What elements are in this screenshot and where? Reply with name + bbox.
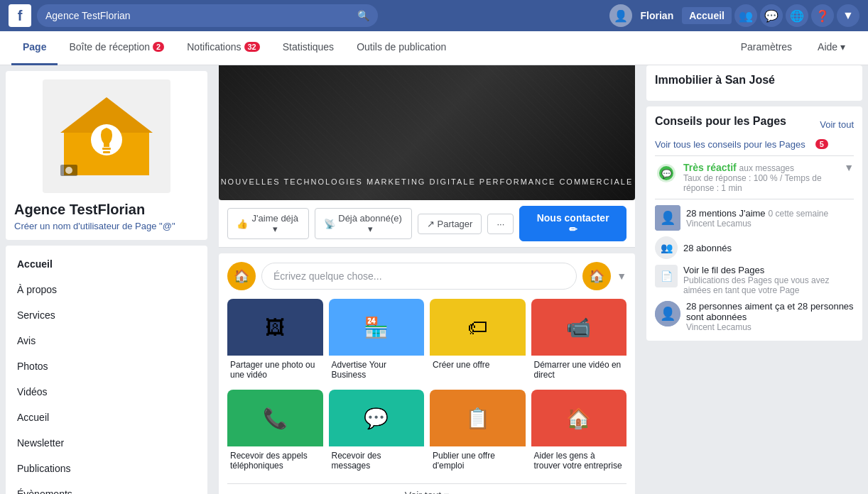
action-card-img-photo: 🖼	[227, 299, 323, 356]
action-card-advertise[interactable]: 🏪 Advertise Your Business	[329, 299, 425, 384]
cover-text: NOUVELLES TECHNOLOGIES MARKETING DIGITAL…	[221, 177, 634, 186]
action-card-img-messages: 💬	[329, 390, 425, 446]
svg-text:💬: 💬	[661, 168, 672, 179]
aide-link[interactable]: Aide ▾	[806, 31, 857, 65]
action-card-img-appels: 📞	[227, 390, 323, 446]
voir-fil-sub: Publications des Pages que vous avez aim…	[683, 275, 854, 295]
chevron-down-icon[interactable]: ▼	[837, 4, 859, 27]
action-card-label-offre: Créer une offre	[430, 356, 526, 374]
top-navigation: f 🔍 👤 Florian Accueil 👥 💬 🌐 ❓ ▼	[0, 0, 868, 31]
svg-rect-4	[103, 151, 110, 153]
post-input[interactable]: Écrivez quelque chose...	[261, 263, 577, 290]
share-icon: ↗	[427, 219, 435, 229]
personnes-row: 👤 28 personnes aiment ça et 28 personnes…	[655, 301, 854, 332]
sidebar-item-evenements[interactable]: Évènements	[6, 481, 207, 494]
sidebar-item-accueil2[interactable]: Accueil	[6, 405, 207, 430]
sidebar-item-services[interactable]: Services	[6, 302, 207, 328]
action-card-emploi[interactable]: 📋 Publier une offre d'emploi	[430, 390, 526, 475]
immobilier-card: Immobilier à San José	[646, 65, 862, 101]
voir-tous-conseils-link[interactable]: Voir tous les conseils pour les Pages	[655, 139, 805, 150]
sidebar-navigation: Accueil À propos Services Avis Photos Vi…	[6, 246, 207, 494]
action-card-label-video: Démarrer une vidéo en direct	[531, 356, 627, 384]
reactif-sub-text: aux messages	[739, 163, 794, 173]
action-card-label-photo: Partager une photo ou une vidéo	[227, 356, 323, 384]
tab-inbox[interactable]: Boîte de réception 2	[58, 31, 175, 65]
page-username-link[interactable]: Créer un nom d'utilisateur de Page "@"	[14, 221, 199, 231]
page-name: Agence TestFlorian	[14, 202, 199, 218]
nav-right: 👤 Florian Accueil 👥 💬 🌐 ❓ ▼	[609, 4, 859, 27]
reactif-info: Très réactif aux messages Taux de répons…	[683, 162, 838, 193]
friends-icon[interactable]: 👥	[734, 4, 757, 27]
more-button[interactable]: ···	[487, 214, 514, 234]
action-card-video[interactable]: 📹 Démarrer une vidéo en direct	[531, 299, 627, 384]
action-card-label-messages: Recevoir des messages	[329, 446, 425, 475]
conseils-title: Conseils pour les Pages	[655, 115, 786, 128]
reactif-icon: 💬	[655, 162, 678, 185]
inbox-badge: 2	[153, 42, 164, 52]
action-card-label-entreprise: Aider les gens à trouver votre entrepris…	[531, 446, 627, 475]
partager-button[interactable]: ↗ Partager	[418, 214, 482, 234]
action-card-entreprise[interactable]: 🏠 Aider les gens à trouver votre entrepr…	[531, 390, 627, 475]
action-card-photo[interactable]: 🖼 Partager une photo ou une vidéo	[227, 299, 323, 384]
post-create-row: 🏠 Écrivez quelque chose... 🏠 ▼	[227, 262, 626, 290]
sidebar-item-avis[interactable]: Avis	[6, 328, 207, 353]
voir-tout-conseils-link[interactable]: Voir tout	[820, 119, 854, 130]
sidebar-item-accueil[interactable]: Accueil	[6, 251, 207, 277]
contact-button[interactable]: Nous contacter ✏	[519, 206, 626, 241]
voir-fil-label: Voir le fil des Pages	[683, 265, 854, 275]
page-avatar-image	[43, 79, 170, 193]
tab-outils-publication[interactable]: Outils de publication	[345, 31, 457, 65]
tab-statistiques[interactable]: Statistiques	[271, 31, 345, 65]
action-card-appels[interactable]: 📞 Recevoir des appels téléphoniques	[227, 390, 323, 475]
right-sidebar: Immobilier à San José Conseils pour les …	[641, 65, 868, 494]
personnes-info: 28 personnes aiment ça et 28 personnes s…	[686, 301, 854, 332]
home-icon: 🏠	[589, 268, 604, 284]
reactif-label: Très réactif	[683, 162, 737, 173]
sidebar-item-photos[interactable]: Photos	[6, 353, 207, 379]
immobilier-title: Immobilier à San José	[655, 74, 854, 87]
conseils-badge: 5	[815, 139, 828, 149]
post-icon-button[interactable]: 🏠	[582, 262, 611, 290]
search-input[interactable]	[45, 10, 354, 21]
parametres-link[interactable]: Paramètres	[729, 31, 803, 65]
mentions-row: 👤 28 mentions J'aime 0 cette semaine Vin…	[655, 205, 854, 231]
help-icon[interactable]: ❓	[811, 4, 834, 27]
action-card-img-emploi: 📋	[430, 390, 526, 446]
search-bar[interactable]: 🔍	[37, 4, 378, 27]
like-icon: 👍	[237, 219, 248, 229]
voir-tout-button[interactable]: Voir tout ▾	[227, 483, 626, 494]
notifications-badge: 32	[244, 42, 260, 52]
action-card-offre[interactable]: 🏷 Créer une offre	[430, 299, 526, 384]
action-grid: 🖼 Partager une photo ou une vidéo 🏪 Adve…	[227, 299, 626, 475]
sidebar-item-apropos[interactable]: À propos	[6, 277, 207, 302]
conseils-header: Conseils pour les Pages Voir tout	[655, 115, 854, 133]
tab-notifications[interactable]: Notifications 32	[175, 31, 271, 65]
sidebar-item-newsletter[interactable]: Newsletter	[6, 430, 207, 456]
action-card-img-video: 📹	[531, 299, 627, 356]
post-chevron-icon[interactable]: ▼	[617, 270, 626, 282]
voir-fil-info: Voir le fil des Pages Publications des P…	[683, 265, 854, 295]
abonne-button[interactable]: 📡 Déjà abonné(e) ▾	[315, 208, 412, 239]
messenger-icon[interactable]: 💬	[760, 4, 783, 27]
mentions-user: Vincent Lecamus	[686, 219, 828, 229]
action-card-label-advertise: Advertise Your Business	[329, 356, 425, 384]
action-card-img-entreprise: 🏠	[531, 390, 627, 446]
page-avatar-card: Agence TestFlorian Créer un nom d'utilis…	[6, 71, 207, 240]
page-navigation: Page Boîte de réception 2 Notifications …	[0, 31, 868, 65]
sidebar-item-videos[interactable]: Vidéos	[6, 379, 207, 405]
jaime-button[interactable]: 👍 J'aime déjà ▾	[227, 208, 309, 239]
globe-icon[interactable]: 🌐	[786, 4, 808, 27]
action-card-img-advertise: 🏪	[329, 299, 425, 356]
center-content: NOUVELLES TECHNOLOGIES MARKETING DIGITAL…	[213, 65, 641, 494]
accueil-button[interactable]: Accueil	[682, 7, 732, 24]
mentions-avatar: 👤	[655, 205, 680, 231]
fil-icon: 📄	[655, 265, 678, 287]
action-card-messages[interactable]: 💬 Recevoir des messages	[329, 390, 425, 475]
svg-point-6	[65, 167, 72, 174]
sidebar-item-publications[interactable]: Publications	[6, 456, 207, 481]
page-nav-right: Paramètres Aide ▾	[729, 31, 857, 65]
reactif-row: 💬 Très réactif aux messages Taux de répo…	[655, 162, 854, 193]
tab-page[interactable]: Page	[11, 31, 58, 65]
subscribe-icon: 📡	[324, 219, 335, 229]
reactif-chevron-icon[interactable]: ▼	[844, 162, 854, 173]
